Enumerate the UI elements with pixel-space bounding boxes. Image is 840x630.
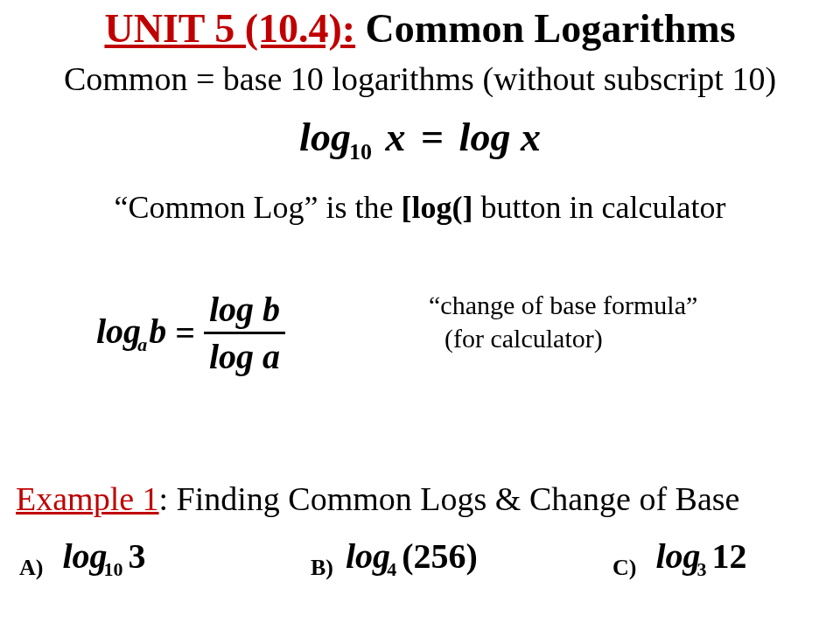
change-of-base-note: “change of base formula” (for calculator…: [429, 289, 697, 354]
change-of-base-formula: logab = log b log a: [96, 289, 285, 377]
part-b-lparen: (: [402, 536, 413, 576]
cob-note-line-1: “change of base formula”: [429, 289, 697, 322]
cob-lhs: logab: [96, 311, 166, 356]
subtitle: Common = base 10 logarithms (without sub…: [0, 60, 840, 98]
var-x-2: x: [521, 115, 541, 159]
calc-pre: “Common Log” is the: [115, 190, 402, 225]
cob-equals: =: [166, 312, 204, 354]
cob-den-arg: a: [262, 337, 280, 376]
part-a-arg: 3: [129, 536, 146, 576]
var-x: x: [385, 115, 405, 159]
fraction-bar: [204, 332, 285, 334]
cob-arg-b: b: [149, 312, 166, 351]
identity-equation: log10 x = log x: [0, 114, 840, 165]
part-a-log: log: [62, 536, 107, 576]
cob-note-line-2: (for calculator): [429, 322, 697, 355]
example-1-heading: Example 1: Finding Common Logs & Change …: [16, 480, 831, 518]
unit-topic: Common Logarithms: [355, 6, 735, 51]
part-c: C) log312: [612, 536, 747, 581]
part-a-expr: log103: [62, 536, 145, 581]
slide: UNIT 5 (10.4): Common Logarithms Common …: [0, 0, 840, 630]
sub-10: 10: [349, 139, 372, 164]
calculator-note: “Common Log” is the [log(] button in cal…: [0, 189, 840, 226]
log-text-2: log: [459, 115, 511, 159]
cob-fraction: log b log a: [204, 289, 285, 377]
cob-log: log: [96, 312, 141, 351]
part-b-expr: log4(256): [346, 536, 478, 581]
part-c-sub: 3: [697, 558, 712, 580]
cob-denominator: log a: [204, 336, 285, 377]
cob-sub-a: a: [137, 333, 149, 355]
part-c-log: log: [655, 536, 700, 576]
part-b-arg: 256: [413, 536, 466, 576]
cob-numerator: log b: [204, 289, 285, 330]
log-text: log: [299, 115, 351, 159]
calc-button-label: [log(]: [402, 190, 473, 225]
part-a-label: A): [19, 555, 43, 581]
part-b-rparen: ): [466, 536, 477, 576]
cob-num-log: log: [209, 290, 254, 329]
cob-num-arg: b: [262, 290, 280, 329]
part-b-label: B): [311, 555, 333, 581]
part-c-expr: log312: [655, 536, 746, 581]
cob-den-log: log: [209, 337, 254, 376]
example-label: Example 1: [16, 480, 159, 517]
part-b: B) log4(256): [311, 536, 478, 581]
part-b-log: log: [346, 536, 390, 576]
part-a-sub: 10: [104, 558, 129, 580]
example-parts: A) log103 B) log4(256) C) log312: [0, 536, 840, 606]
example-rest: : Finding Common Logs & Change of Base: [159, 480, 740, 517]
part-a: A) log103: [19, 536, 146, 581]
part-c-label: C): [612, 555, 636, 581]
part-b-sub: 4: [387, 558, 402, 580]
equals-sign: =: [416, 115, 449, 159]
page-title: UNIT 5 (10.4): Common Logarithms: [0, 5, 840, 52]
calc-post: button in calculator: [473, 190, 726, 225]
part-c-arg: 12: [712, 536, 747, 576]
unit-number: UNIT 5 (10.4):: [104, 6, 355, 51]
